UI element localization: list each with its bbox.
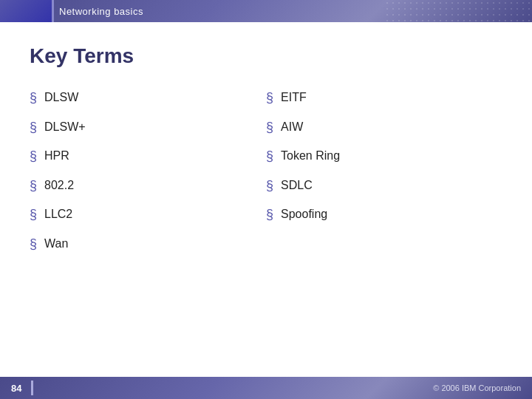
bullet-icon: § <box>30 178 37 194</box>
bullet-icon: § <box>30 149 37 165</box>
term-label: Token Ring <box>281 149 340 164</box>
term-label: Wan <box>44 236 68 252</box>
right-term-item: § Spoofing <box>266 207 502 223</box>
right-column: § EITF § AIW § Token Ring § SDLC § Spoof… <box>266 90 502 266</box>
right-term-item: § EITF <box>266 90 502 106</box>
term-label: EITF <box>281 90 307 106</box>
right-term-item: § AIW <box>266 120 502 136</box>
bullet-icon: § <box>266 149 273 165</box>
footer-divider <box>31 381 33 395</box>
term-label: DLSW+ <box>44 120 86 135</box>
page-number: 84 <box>11 383 21 394</box>
left-term-item: § LLC2 <box>30 207 266 223</box>
left-term-item: § HPR <box>30 149 266 165</box>
bullet-icon: § <box>30 207 37 223</box>
bullet-icon: § <box>30 90 37 106</box>
term-label: 802.2 <box>44 178 74 194</box>
term-label: HPR <box>44 149 69 164</box>
bullet-icon: § <box>266 90 273 106</box>
left-term-item: § DLSW <box>30 90 266 106</box>
left-term-item: § DLSW+ <box>30 120 266 136</box>
bullet-icon: § <box>30 236 37 253</box>
footer-left: 84 <box>11 381 37 395</box>
bullet-icon: § <box>266 120 273 136</box>
left-column: § DLSW § DLSW+ § HPR § 802.2 § LLC2 § Wa… <box>30 90 266 266</box>
bullet-icon: § <box>30 120 37 136</box>
term-label: AIW <box>281 120 303 135</box>
right-term-item: § Token Ring <box>266 149 502 165</box>
left-term-item: § Wan <box>30 236 266 253</box>
term-label: SDLC <box>281 178 313 194</box>
footer-bar: 84 © 2006 IBM Corporation <box>0 377 532 399</box>
bullet-icon: § <box>266 178 273 194</box>
bullet-icon: § <box>266 207 273 223</box>
main-content: Key Terms § DLSW § DLSW+ § HPR § 802.2 §… <box>0 22 532 377</box>
page-title: Key Terms <box>30 44 502 68</box>
header-bar: Networking basics <box>0 0 532 22</box>
left-term-item: § 802.2 <box>30 178 266 194</box>
right-term-item: § SDLC <box>266 178 502 194</box>
term-label: DLSW <box>44 90 78 106</box>
term-label: LLC2 <box>44 207 72 222</box>
term-label: Spoofing <box>281 207 327 222</box>
header-title: Networking basics <box>59 6 143 17</box>
copyright: © 2006 IBM Corporation <box>433 383 521 392</box>
terms-container: § DLSW § DLSW+ § HPR § 802.2 § LLC2 § Wa… <box>30 90 502 266</box>
